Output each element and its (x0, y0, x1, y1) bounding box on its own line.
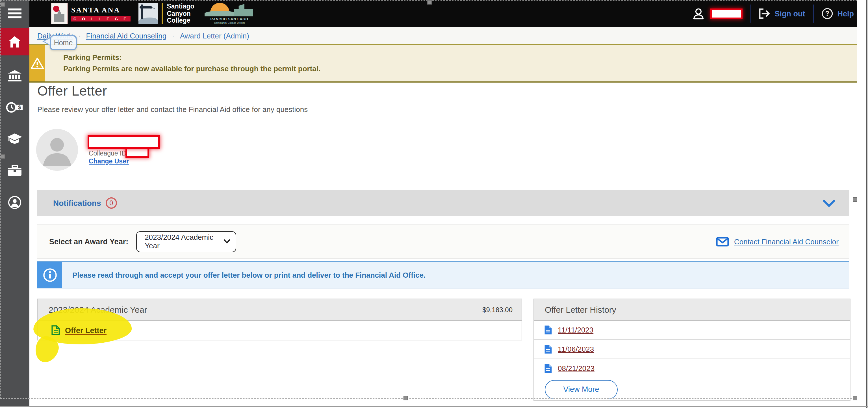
colleague-id-redaction-box (125, 148, 149, 158)
history-item-row[interactable]: 08/21/2023 (534, 359, 850, 378)
sign-out-icon (758, 8, 770, 19)
top-bar: SANTA ANA C O L L E G E Santiago Canyon … (29, 0, 857, 27)
scc-logo-line3: College (167, 17, 194, 24)
help-label: Help (837, 9, 854, 18)
sign-out-label: Sign out (774, 9, 805, 18)
offer-letter-card: 2023/2024 Academic Year $9,183.00 Offer … (37, 298, 522, 341)
santiago-canyon-college-logo: Santiago Canyon College (139, 3, 194, 24)
breadcrumb-current-page: Award Letter (Admin) (180, 31, 249, 40)
parking-alert-banner: Parking Permits: Parking Permits are now… (29, 44, 857, 83)
username-redaction-box (710, 8, 742, 19)
info-icon (43, 268, 57, 282)
sidebar-item-user-options[interactable] (0, 189, 29, 216)
info-banner-message: Please read through and accept your offe… (62, 270, 426, 279)
sign-out-button[interactable]: Sign out (758, 8, 805, 19)
help-icon: ? (822, 8, 833, 19)
scc-logo-art (139, 3, 158, 24)
rsccd-logo-line1: RANCHO SANTIAGO (202, 18, 256, 21)
award-year-row: Select an Award Year: 2023/2024 Academic… (37, 224, 849, 259)
selection-handle (1, 154, 5, 159)
info-accent-block (37, 262, 62, 288)
rsccd-logo-line2: Community College District (202, 22, 256, 24)
document-icon-blue (544, 344, 552, 354)
contact-financial-aid-counselor-link[interactable]: Contact Financial Aid Counselor (716, 237, 839, 246)
view-more-row: View More (534, 378, 850, 400)
award-year-select[interactable]: 2023/2024 Academic Year (136, 231, 236, 252)
view-more-button[interactable]: View More (545, 380, 618, 399)
top-bar-divider (813, 4, 813, 23)
sidebar-item-home[interactable] (0, 28, 29, 55)
selection-handle (853, 197, 857, 202)
svg-text:?: ? (825, 10, 829, 17)
graduation-cap-icon (7, 134, 22, 145)
page-title: Offer Letter (37, 83, 107, 99)
institution-logos: SANTA ANA C O L L E G E Santiago Canyon … (29, 2, 256, 25)
sac-logo-line1: SANTA ANA (71, 6, 131, 15)
avatar-silhouette-icon (36, 129, 78, 171)
selection-handle (853, 396, 857, 400)
home-icon (8, 36, 21, 48)
offer-letter-history-card: Offer Letter History 11/11/2023 11/06/20… (533, 298, 850, 401)
image-bottom-edge (0, 406, 868, 407)
history-card-header: Offer Letter History (534, 299, 850, 321)
notifications-accordion[interactable]: Notifications 0 (37, 190, 849, 216)
change-user-link[interactable]: Change User (89, 158, 129, 165)
offer-letter-link-label: Offer Letter (65, 326, 106, 334)
breadcrumb-separator: · (172, 32, 174, 39)
history-item-row[interactable]: 11/11/2023 (534, 321, 850, 340)
award-year-selected-value: 2023/2024 Academic Year (145, 233, 224, 250)
avatar (36, 129, 78, 171)
history-date-link[interactable]: 08/21/2023 (558, 364, 594, 373)
history-date-link[interactable]: 11/06/2023 (558, 345, 594, 353)
offer-letter-row: Offer Letter (38, 321, 522, 340)
screenshot-canvas: $ (0, 0, 868, 408)
breadcrumb: Daily Work · Financial Aid Counseling · … (29, 27, 857, 44)
home-tooltip: Home (50, 35, 77, 50)
sidebar-item-employee-time[interactable]: $ (0, 94, 29, 121)
santa-ana-college-logo: SANTA ANA C O L L E G E (51, 3, 131, 24)
image-right-edge (866, 0, 867, 408)
breadcrumb-financial-aid-counseling[interactable]: Financial Aid Counseling (86, 31, 167, 40)
chevron-down-icon[interactable] (823, 199, 835, 207)
breadcrumb-separator: · (78, 32, 80, 39)
alert-message: Parking Permits are now available for pu… (63, 63, 320, 75)
svg-text:$: $ (18, 105, 21, 110)
user-circle-icon (8, 196, 22, 209)
notifications-label: Notifications (53, 199, 101, 207)
alert-accent-block (29, 45, 44, 81)
hamburger-icon (8, 8, 22, 19)
santa-ana-college-seal (51, 3, 68, 24)
clock-dollar-icon: $ (6, 102, 23, 113)
history-item-row[interactable]: 11/06/2023 (534, 340, 850, 359)
sidebar-item-financial-information[interactable] (0, 62, 29, 89)
app-window: $ (0, 0, 868, 408)
scc-logo-line2: Canyon (167, 10, 194, 17)
colleague-id-label: Colleague ID: (89, 150, 128, 157)
sac-logo-line2: C O L L E G E (71, 16, 131, 22)
selection-handle (1, 2, 5, 7)
offer-card-amount: $9,183.00 (482, 305, 513, 314)
offer-letter-link[interactable]: Offer Letter (52, 325, 106, 335)
document-icon-green (52, 325, 60, 335)
alert-title: Parking Permits: (63, 52, 320, 63)
history-date-link[interactable]: 11/11/2023 (558, 326, 593, 334)
history-card-title: Offer Letter History (545, 305, 616, 314)
help-button[interactable]: ? Help (822, 8, 854, 19)
warning-triangle-icon (30, 57, 44, 69)
bank-icon (8, 70, 22, 81)
select-chevron-icon (224, 239, 230, 244)
user-icon (692, 7, 704, 20)
sidebar-item-employment[interactable] (0, 157, 29, 184)
briefcase-icon (8, 165, 22, 176)
sidebar-item-academics[interactable] (0, 125, 29, 153)
rancho-santiago-district-logo: RANCHO SANTIAGO Community College Distri… (202, 2, 256, 25)
page-subtitle: Please review your offer letter and cont… (37, 105, 308, 114)
award-year-label: Select an Award Year: (49, 237, 128, 246)
document-icon-blue (544, 325, 552, 335)
student-name-redaction-box (88, 135, 160, 149)
top-bar-actions: Sign out ? Help (692, 0, 857, 27)
selection-handle (427, 0, 432, 4)
info-banner: Please read through and accept your offe… (37, 261, 849, 288)
selection-handle (403, 396, 408, 400)
document-icon-blue (544, 363, 552, 373)
